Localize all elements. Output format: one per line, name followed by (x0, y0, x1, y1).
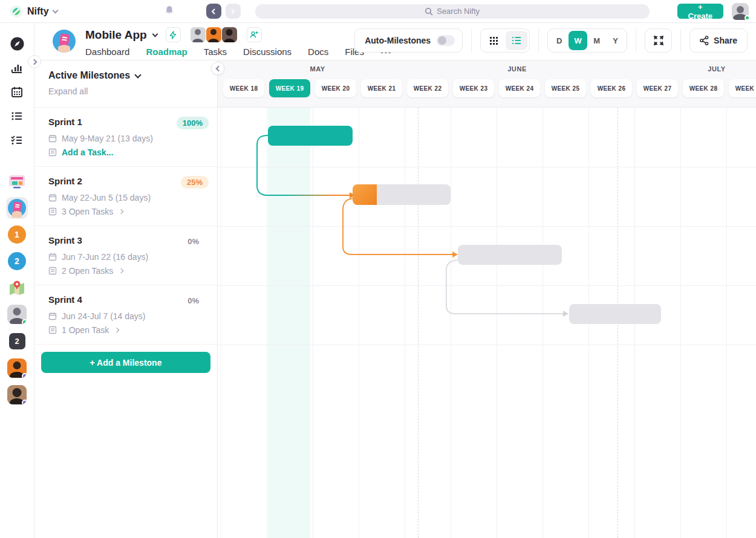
week-pill[interactable]: WEEK 25 (545, 79, 586, 97)
week-pill[interactable]: WEEK 29 (729, 79, 756, 97)
project-avatar-mobile-app[interactable] (6, 197, 28, 219)
project-badge-1[interactable]: 1 (8, 225, 26, 244)
grid-view-icon[interactable] (483, 31, 504, 50)
current-week-highlight (268, 108, 310, 538)
share-button[interactable]: Share (689, 28, 748, 53)
gantt-bar-sprint-3[interactable] (458, 245, 562, 265)
week-pill[interactable]: WEEK 27 (637, 79, 678, 97)
member-avatar-2[interactable] (7, 358, 27, 378)
tasks-checklist-icon[interactable] (0, 128, 34, 152)
discover-compass-icon[interactable] (0, 31, 34, 56)
unread-count-badge[interactable]: 2 (9, 333, 25, 349)
fullscreen-icon (653, 35, 664, 46)
gantt-bar-sprint-4[interactable] (569, 304, 661, 324)
gantt-bar-sprint-1[interactable] (268, 126, 353, 146)
left-rail: 1 2 2 (0, 23, 34, 538)
milestone-name: Sprint 3 (48, 235, 82, 245)
timescale-year[interactable]: Y (606, 31, 625, 50)
gantt-bar-sprint-2[interactable] (353, 184, 451, 205)
member-avatar (191, 27, 206, 42)
calendar-icon (48, 193, 57, 202)
calendar-icon (48, 312, 57, 320)
user-avatar[interactable] (732, 3, 749, 20)
project-members[interactable] (191, 27, 237, 42)
milestone-tasks-link[interactable]: 2 Open Tasks (48, 266, 209, 276)
badge-count: 1 (15, 230, 19, 239)
milestone-row-sprint-4[interactable]: Sprint 4 0% Jun 24-Jul 7 (14 days) 1 Ope… (34, 285, 217, 345)
project-avatar-map[interactable] (6, 277, 28, 299)
invite-member-icon[interactable] (247, 27, 262, 42)
tab-roadmap[interactable]: Roadmap (146, 47, 187, 60)
list-view-icon[interactable] (506, 31, 527, 50)
progress-badge: 100% (177, 117, 209, 129)
tab-discussions[interactable]: Discussions (243, 47, 292, 60)
automations-bolt-icon[interactable] (166, 27, 181, 42)
week-pill[interactable]: WEEK 18 (223, 79, 264, 97)
task-list-icon (48, 148, 57, 157)
week-pill[interactable]: WEEK 28 (683, 79, 724, 97)
milestone-tasks-link[interactable]: 1 Open Task (48, 325, 209, 335)
milestone-row-sprint-1[interactable]: Sprint 1 100% May 9-May 21 (13 days) Add… (34, 108, 217, 167)
progress-fill (353, 184, 377, 205)
timescale-month[interactable]: M (587, 31, 606, 50)
calendar-icon (48, 134, 57, 143)
my-work-list-icon[interactable] (0, 104, 34, 128)
panel-title[interactable]: Active Milestones (48, 70, 130, 81)
tab-tasks[interactable]: Tasks (204, 47, 227, 60)
share-label: Share (714, 36, 737, 45)
tab-docs[interactable]: Docs (308, 47, 328, 60)
milestone-row-sprint-2[interactable]: Sprint 2 25% May 22-Jun 5 (15 days) 3 Op… (34, 167, 217, 226)
calendar-icon (48, 253, 57, 261)
milestone-tasks-link[interactable]: 3 Open Tasks (48, 207, 209, 216)
milestone-row-sprint-3[interactable]: Sprint 3 0% Jun 7-Jun 22 (16 days) 2 Ope… (34, 226, 217, 285)
member-avatar-1[interactable] (7, 305, 27, 324)
create-button[interactable]: + Create (677, 4, 723, 19)
progress-badge: 25% (181, 176, 209, 189)
back-button[interactable] (206, 4, 221, 19)
timeline-header: MAY JUNE JULY WEEK 18 WEEK 19 WEEK 20 WE… (218, 60, 756, 108)
month-label: JUNE (507, 65, 527, 73)
month-label: MAY (310, 65, 325, 73)
auto-milestones-label: Auto-Milestones (365, 36, 431, 45)
panel-collapse-button[interactable] (211, 62, 224, 75)
member-avatar-3[interactable] (7, 385, 27, 404)
week-pill[interactable]: WEEK 22 (407, 79, 448, 97)
notifications-bell-icon[interactable] (164, 5, 175, 18)
week-pill[interactable]: WEEK 26 (591, 79, 632, 97)
project-avatar[interactable] (53, 30, 76, 53)
project-badge-2[interactable]: 2 (8, 252, 26, 270)
auto-milestones-control: Auto-Milestones (354, 28, 463, 53)
view-controls: Auto-Milestones D (354, 28, 748, 53)
expand-all-link[interactable]: Expand all (48, 86, 88, 96)
away-status-dot (22, 400, 27, 404)
auto-milestones-toggle[interactable] (437, 35, 455, 46)
project-tabs: Dashboard Roadmap Tasks Discussions Docs… (85, 45, 392, 62)
brand[interactable]: Nifty (10, 5, 57, 18)
week-pill-active[interactable]: WEEK 19 (269, 79, 310, 97)
week-pill[interactable]: WEEK 21 (361, 79, 402, 97)
week-pill[interactable]: WEEK 23 (453, 79, 494, 97)
fullscreen-button[interactable] (645, 28, 672, 53)
chevron-right-icon (119, 209, 123, 214)
week-pill[interactable]: WEEK 20 (315, 79, 356, 97)
gantt-body (218, 108, 756, 538)
project-header: Mobile App (34, 23, 756, 60)
calendar-icon[interactable] (0, 80, 34, 104)
forward-button[interactable] (226, 4, 241, 19)
timescale-day[interactable]: D (550, 31, 569, 50)
tasks-text: Add a Task... (62, 147, 113, 157)
milestone-tasks-link[interactable]: Add a Task... (48, 147, 209, 157)
timescale-week[interactable]: W (569, 31, 587, 50)
member-avatar (206, 27, 221, 42)
milestone-dates: May 22-Jun 5 (15 days) (48, 193, 209, 203)
rail-expand-button[interactable] (28, 55, 41, 68)
week-pill[interactable]: WEEK 24 (499, 79, 540, 97)
milestones-filter-chevron-icon[interactable] (134, 71, 141, 78)
project-switcher-chevron-icon[interactable] (152, 31, 158, 37)
project-avatar-website[interactable] (6, 170, 28, 192)
roadmap-gantt: MAY JUNE JULY WEEK 18 WEEK 19 WEEK 20 WE… (218, 60, 756, 538)
chevron-right-icon (119, 268, 123, 273)
search-input[interactable]: Search Nifty (255, 4, 650, 19)
add-milestone-button[interactable]: + Add a Milestone (41, 352, 210, 373)
tab-dashboard[interactable]: Dashboard (85, 47, 129, 60)
